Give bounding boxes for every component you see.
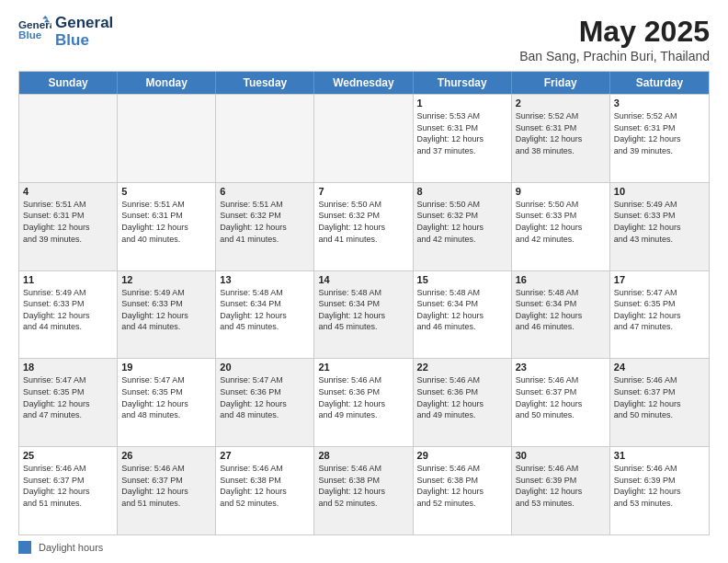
cal-cell: 19Sunrise: 5:47 AM Sunset: 6:35 PM Dayli… <box>118 359 216 446</box>
subtitle: Ban Sang, Prachin Buri, Thailand <box>519 49 710 63</box>
day-number: 5 <box>121 186 211 197</box>
day-info: Sunrise: 5:49 AM Sunset: 6:33 PM Dayligh… <box>614 199 705 245</box>
logo-blue: Blue <box>55 32 113 50</box>
cal-cell: 2Sunrise: 5:52 AM Sunset: 6:31 PM Daylig… <box>512 95 610 182</box>
cal-cell: 30Sunrise: 5:46 AM Sunset: 6:39 PM Dayli… <box>512 447 610 534</box>
title-block: May 2025 Ban Sang, Prachin Buri, Thailan… <box>519 15 710 63</box>
day-number: 15 <box>417 274 507 285</box>
day-number: 8 <box>417 186 507 197</box>
cal-cell: 5Sunrise: 5:51 AM Sunset: 6:31 PM Daylig… <box>118 183 216 270</box>
cal-cell: 7Sunrise: 5:50 AM Sunset: 6:32 PM Daylig… <box>314 183 413 270</box>
legend-label: Daylight hours <box>39 542 103 553</box>
cal-cell: 21Sunrise: 5:46 AM Sunset: 6:36 PM Dayli… <box>314 359 413 446</box>
cal-cell: 26Sunrise: 5:46 AM Sunset: 6:37 PM Dayli… <box>118 447 216 534</box>
day-number: 2 <box>516 98 606 109</box>
day-info: Sunrise: 5:46 AM Sunset: 6:39 PM Dayligh… <box>516 463 606 509</box>
cal-cell: 16Sunrise: 5:48 AM Sunset: 6:34 PM Dayli… <box>512 271 610 359</box>
day-number: 30 <box>516 450 606 461</box>
cal-cell: 27Sunrise: 5:46 AM Sunset: 6:38 PM Dayli… <box>216 447 314 534</box>
calendar-header-row: SundayMondayTuesdayWednesdayThursdayFrid… <box>19 72 709 94</box>
day-info: Sunrise: 5:52 AM Sunset: 6:31 PM Dayligh… <box>516 110 606 156</box>
day-number: 22 <box>417 362 507 373</box>
calendar: SundayMondayTuesdayWednesdayThursdayFrid… <box>18 71 710 535</box>
day-info: Sunrise: 5:49 AM Sunset: 6:33 PM Dayligh… <box>121 287 211 333</box>
day-number: 17 <box>614 274 705 285</box>
day-header-thursday: Thursday <box>414 72 512 94</box>
day-number: 11 <box>23 274 113 285</box>
week-row-1: 4Sunrise: 5:51 AM Sunset: 6:31 PM Daylig… <box>19 182 709 270</box>
cal-cell: 9Sunrise: 5:50 AM Sunset: 6:33 PM Daylig… <box>512 183 610 270</box>
day-number: 1 <box>417 98 507 109</box>
cal-cell: 23Sunrise: 5:46 AM Sunset: 6:37 PM Dayli… <box>512 359 610 446</box>
cal-cell: 1Sunrise: 5:53 AM Sunset: 6:31 PM Daylig… <box>414 95 512 182</box>
day-info: Sunrise: 5:47 AM Sunset: 6:35 PM Dayligh… <box>23 374 113 420</box>
day-info: Sunrise: 5:46 AM Sunset: 6:37 PM Dayligh… <box>121 463 211 509</box>
day-number: 23 <box>516 362 606 373</box>
day-info: Sunrise: 5:48 AM Sunset: 6:34 PM Dayligh… <box>220 287 310 333</box>
day-info: Sunrise: 5:50 AM Sunset: 6:32 PM Dayligh… <box>417 199 507 245</box>
day-info: Sunrise: 5:48 AM Sunset: 6:34 PM Dayligh… <box>318 287 408 333</box>
day-number: 29 <box>417 450 507 461</box>
cal-cell: 22Sunrise: 5:46 AM Sunset: 6:36 PM Dayli… <box>414 359 512 446</box>
cal-cell: 3Sunrise: 5:52 AM Sunset: 6:31 PM Daylig… <box>610 95 709 182</box>
day-info: Sunrise: 5:53 AM Sunset: 6:31 PM Dayligh… <box>417 110 507 156</box>
cal-cell: 10Sunrise: 5:49 AM Sunset: 6:33 PM Dayli… <box>610 183 709 270</box>
day-info: Sunrise: 5:46 AM Sunset: 6:37 PM Dayligh… <box>614 374 705 420</box>
day-number: 7 <box>318 186 408 197</box>
day-number: 12 <box>121 274 211 285</box>
day-header-wednesday: Wednesday <box>314 72 413 94</box>
day-header-monday: Monday <box>118 72 216 94</box>
day-info: Sunrise: 5:46 AM Sunset: 6:36 PM Dayligh… <box>318 374 408 420</box>
day-number: 26 <box>121 450 211 461</box>
day-info: Sunrise: 5:51 AM Sunset: 6:31 PM Dayligh… <box>121 199 211 245</box>
cal-cell <box>19 95 118 182</box>
day-number: 31 <box>614 450 705 461</box>
cal-cell: 8Sunrise: 5:50 AM Sunset: 6:32 PM Daylig… <box>414 183 512 270</box>
day-info: Sunrise: 5:46 AM Sunset: 6:36 PM Dayligh… <box>417 374 507 420</box>
cal-cell: 25Sunrise: 5:46 AM Sunset: 6:37 PM Dayli… <box>19 447 118 534</box>
day-info: Sunrise: 5:51 AM Sunset: 6:32 PM Dayligh… <box>220 199 310 245</box>
day-header-saturday: Saturday <box>610 72 709 94</box>
week-row-4: 25Sunrise: 5:46 AM Sunset: 6:37 PM Dayli… <box>19 446 709 534</box>
day-number: 14 <box>318 274 408 285</box>
day-info: Sunrise: 5:46 AM Sunset: 6:38 PM Dayligh… <box>417 463 507 509</box>
day-number: 21 <box>318 362 408 373</box>
cal-cell: 4Sunrise: 5:51 AM Sunset: 6:31 PM Daylig… <box>19 183 118 270</box>
day-info: Sunrise: 5:46 AM Sunset: 6:37 PM Dayligh… <box>516 374 606 420</box>
day-number: 3 <box>614 98 705 109</box>
cal-cell: 29Sunrise: 5:46 AM Sunset: 6:38 PM Dayli… <box>414 447 512 534</box>
day-number: 25 <box>23 450 113 461</box>
cal-cell: 17Sunrise: 5:47 AM Sunset: 6:35 PM Dayli… <box>610 271 709 359</box>
day-header-tuesday: Tuesday <box>216 72 314 94</box>
week-row-3: 18Sunrise: 5:47 AM Sunset: 6:35 PM Dayli… <box>19 358 709 446</box>
cal-cell: 12Sunrise: 5:49 AM Sunset: 6:33 PM Dayli… <box>118 271 216 359</box>
day-number: 9 <box>516 186 606 197</box>
day-info: Sunrise: 5:48 AM Sunset: 6:34 PM Dayligh… <box>417 287 507 333</box>
day-number: 13 <box>220 274 310 285</box>
cal-cell: 24Sunrise: 5:46 AM Sunset: 6:37 PM Dayli… <box>610 359 709 446</box>
day-info: Sunrise: 5:50 AM Sunset: 6:32 PM Dayligh… <box>318 199 408 245</box>
cal-cell: 31Sunrise: 5:46 AM Sunset: 6:39 PM Dayli… <box>610 447 709 534</box>
cal-cell <box>216 95 314 182</box>
week-row-2: 11Sunrise: 5:49 AM Sunset: 6:33 PM Dayli… <box>19 270 709 359</box>
legend-box <box>18 541 31 554</box>
logo-icon: General Blue <box>18 16 51 49</box>
day-info: Sunrise: 5:51 AM Sunset: 6:31 PM Dayligh… <box>23 199 113 245</box>
cal-cell <box>118 95 216 182</box>
day-number: 4 <box>23 186 113 197</box>
cal-cell: 13Sunrise: 5:48 AM Sunset: 6:34 PM Dayli… <box>216 271 314 359</box>
day-header-sunday: Sunday <box>19 72 118 94</box>
cal-cell: 28Sunrise: 5:46 AM Sunset: 6:38 PM Dayli… <box>314 447 413 534</box>
day-info: Sunrise: 5:48 AM Sunset: 6:34 PM Dayligh… <box>516 287 606 333</box>
day-info: Sunrise: 5:46 AM Sunset: 6:38 PM Dayligh… <box>318 463 408 509</box>
day-info: Sunrise: 5:47 AM Sunset: 6:35 PM Dayligh… <box>121 374 211 420</box>
footer: Daylight hours <box>18 541 710 554</box>
day-info: Sunrise: 5:46 AM Sunset: 6:39 PM Dayligh… <box>614 463 705 509</box>
cal-cell: 14Sunrise: 5:48 AM Sunset: 6:34 PM Dayli… <box>314 271 413 359</box>
day-info: Sunrise: 5:47 AM Sunset: 6:35 PM Dayligh… <box>614 287 705 333</box>
day-number: 16 <box>516 274 606 285</box>
cal-cell: 11Sunrise: 5:49 AM Sunset: 6:33 PM Dayli… <box>19 271 118 359</box>
cal-cell: 20Sunrise: 5:47 AM Sunset: 6:36 PM Dayli… <box>216 359 314 446</box>
day-info: Sunrise: 5:47 AM Sunset: 6:36 PM Dayligh… <box>220 374 310 420</box>
logo-general: General <box>55 15 113 32</box>
